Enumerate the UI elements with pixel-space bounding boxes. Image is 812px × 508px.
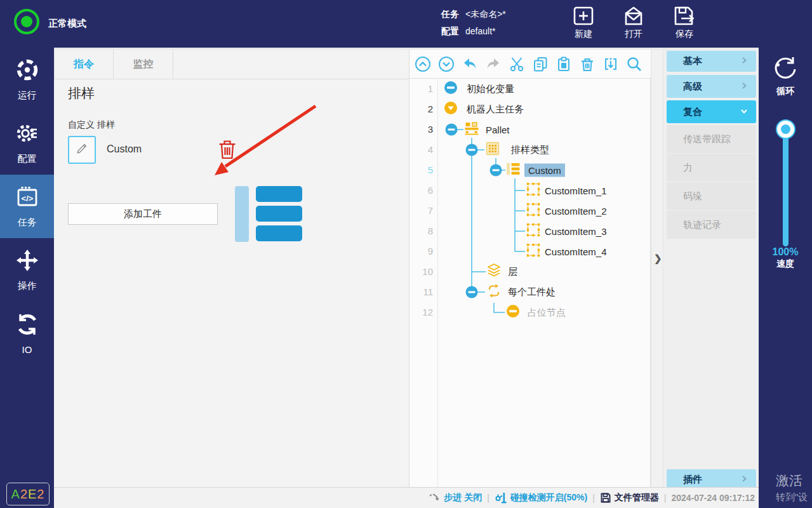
pattern-preview-item (256, 206, 302, 222)
tree-node-label[interactable]: 占位节点 (528, 307, 566, 319)
node-type-传送带跟踪[interactable]: 传送带跟踪 (667, 125, 756, 153)
delete-pattern-button[interactable] (218, 138, 237, 163)
line-number: 10 (409, 262, 433, 282)
pallet-icon (464, 121, 479, 138)
tree-node-label[interactable]: CustomItem_1 (545, 185, 607, 196)
tab-instruction[interactable]: 指令 (54, 50, 114, 79)
sidebar-item-run[interactable]: 运行 (0, 48, 54, 111)
tree-node-label[interactable]: 机器人主任务 (467, 104, 524, 116)
status-item[interactable]: 碰撞检测开启(50%) (495, 491, 587, 504)
custom-item-icon (525, 222, 542, 241)
main-task-icon (444, 101, 458, 117)
node-type-轨迹记录[interactable]: 轨迹记录 (667, 211, 756, 239)
chevron-down-icon (740, 107, 749, 117)
node-type-码垛[interactable]: 码垛 (667, 182, 756, 210)
open-button[interactable]: 打开 (611, 5, 656, 40)
rename-button[interactable] (68, 136, 96, 164)
speed-slider-knob[interactable] (777, 121, 794, 138)
line-number: 7 (409, 201, 433, 221)
line-number: 12 (409, 302, 433, 323)
collapse-node-icon[interactable] (446, 124, 458, 136)
open-label: 打开 (611, 29, 656, 40)
tree-row-custom[interactable]: 5Custom (409, 160, 651, 180)
line-number: 2 (409, 99, 433, 119)
tree-node-label[interactable]: CustomItem_3 (545, 226, 607, 237)
collapse-all-icon[interactable] (415, 56, 431, 72)
left-nav-sidebar: 运行配置</>任务操作IO A2E2 (0, 48, 54, 508)
tree-row-[interactable]: 1初始化变量 (409, 79, 651, 99)
tree-row-[interactable]: 10层 (409, 262, 651, 282)
category-composite[interactable]: 复合 (667, 100, 756, 123)
add-workpiece-button[interactable]: 添加工件 (68, 203, 218, 225)
loop-icon (772, 72, 799, 83)
status-text: 碰撞检测开启(50%) (510, 492, 587, 504)
pattern-preview-item (256, 186, 302, 202)
category-basic[interactable]: 基本 (667, 51, 756, 72)
step-icon (428, 492, 441, 504)
tree-row-[interactable]: 12占位节点 (409, 302, 651, 323)
status-item[interactable]: 文件管理器 (600, 492, 659, 504)
collapse-node-icon[interactable] (466, 286, 478, 298)
undo-icon[interactable] (462, 56, 478, 72)
tree-row-customitem_3[interactable]: 8CustomItem_3 (409, 221, 651, 241)
tree-node-label[interactable]: 每个工件处 (508, 286, 556, 298)
sidebar-item-io[interactable]: IO (0, 302, 54, 365)
save-label: 保存 (662, 29, 707, 40)
tree-row-customitem_4[interactable]: 9CustomItem_4 (409, 241, 651, 262)
save-button[interactable]: 保存 (662, 5, 707, 40)
chevron-right-icon (740, 81, 749, 92)
paste-icon[interactable] (556, 56, 572, 72)
sidebar-item-config[interactable]: 配置 (0, 111, 54, 175)
tree-node-label[interactable]: CustomItem_4 (545, 246, 607, 257)
sidebar-item-task[interactable]: </>任务 (0, 175, 54, 238)
application-window: 正常模式 任务<未命名>* 配置default* 新建打开保存 运行配置</>任… (0, 0, 812, 508)
expand-panel-chevron-icon[interactable]: ❯ (654, 253, 662, 264)
status-bar: 步进 关闭|碰撞检测开启(50%)|文件管理器|2024-07-24 09:17… (54, 487, 759, 508)
loop-toggle[interactable]: 循环 (759, 54, 812, 97)
custom-pattern-label: 自定义 排样 (68, 119, 115, 131)
custom-item-icon (525, 242, 542, 261)
sidebar-item-operate[interactable]: 操作 (0, 238, 54, 302)
new-button[interactable]: 新建 (561, 5, 606, 40)
collapse-node-icon[interactable] (490, 164, 502, 177)
tree-row-[interactable]: 11每个工件处 (409, 282, 651, 302)
node-type-力[interactable]: 力 (667, 154, 756, 182)
panel-collapse-strip: ❯ (651, 50, 663, 487)
page-title: 排样 (68, 84, 95, 102)
category-label: 高级 (683, 81, 702, 93)
collapse-node-icon[interactable] (466, 144, 478, 156)
tree-node-label[interactable]: 排样类型 (511, 144, 549, 156)
tab-monitor[interactable]: 监控 (114, 50, 173, 79)
category-label: 插件 (683, 474, 702, 486)
tree-node-label[interactable]: Custom (524, 164, 565, 177)
tree-row-pallet[interactable]: 3Pallet (409, 119, 651, 140)
operate-icon (15, 248, 39, 275)
expand-all-icon[interactable] (438, 56, 455, 72)
tree-row-[interactable]: 2机器人主任务 (409, 99, 651, 119)
tree-node-label[interactable]: Pallet (486, 124, 510, 135)
tree-node-label[interactable]: CustomItem_2 (545, 206, 607, 217)
line-number: 9 (409, 241, 433, 262)
category-label: 基本 (683, 55, 702, 67)
new-label: 新建 (561, 29, 606, 40)
insert-icon[interactable] (602, 56, 619, 72)
category-advanced[interactable]: 高级 (667, 75, 756, 98)
run-control-sidebar: 循环 100% 速度 (759, 0, 812, 508)
node-category-panel: 基本高级复合传送带跟踪力码垛轨迹记录插件 (664, 50, 759, 487)
tree-node-label[interactable]: 初始化变量 (467, 83, 514, 95)
redo-icon (485, 56, 502, 72)
tree-node-label[interactable]: 层 (508, 266, 517, 278)
speed-slider-track[interactable] (783, 126, 789, 246)
status-item[interactable]: 步进 关闭 (428, 492, 482, 504)
cut-icon[interactable] (509, 56, 525, 72)
placeholder-icon (506, 304, 520, 321)
io-icon (15, 312, 39, 339)
mode-indicator-icon (14, 9, 39, 34)
delete-icon[interactable] (579, 56, 596, 72)
tree-row-customitem_2[interactable]: 7CustomItem_2 (409, 201, 651, 221)
search-icon[interactable] (626, 56, 642, 72)
tree-row-[interactable]: 4排样类型 (409, 140, 651, 160)
copy-icon[interactable] (532, 56, 549, 72)
tree-row-customitem_1[interactable]: 6CustomItem_1 (409, 180, 651, 201)
annotation-arrow (54, 50, 409, 487)
